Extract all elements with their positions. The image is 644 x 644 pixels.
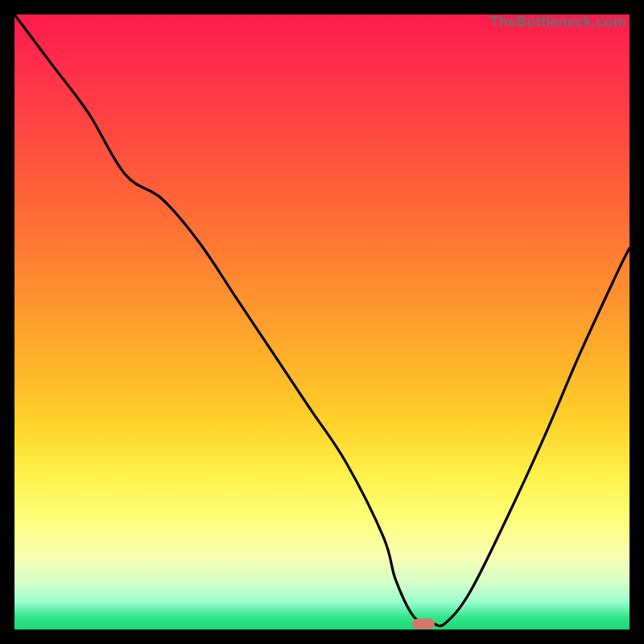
plot-area: TheBottleneck.com [14,14,630,630]
watermark-text: TheBottleneck.com [490,14,626,31]
optimal-point-marker [412,619,435,630]
chart-frame: TheBottleneck.com [0,0,644,644]
bottleneck-curve [14,14,630,630]
